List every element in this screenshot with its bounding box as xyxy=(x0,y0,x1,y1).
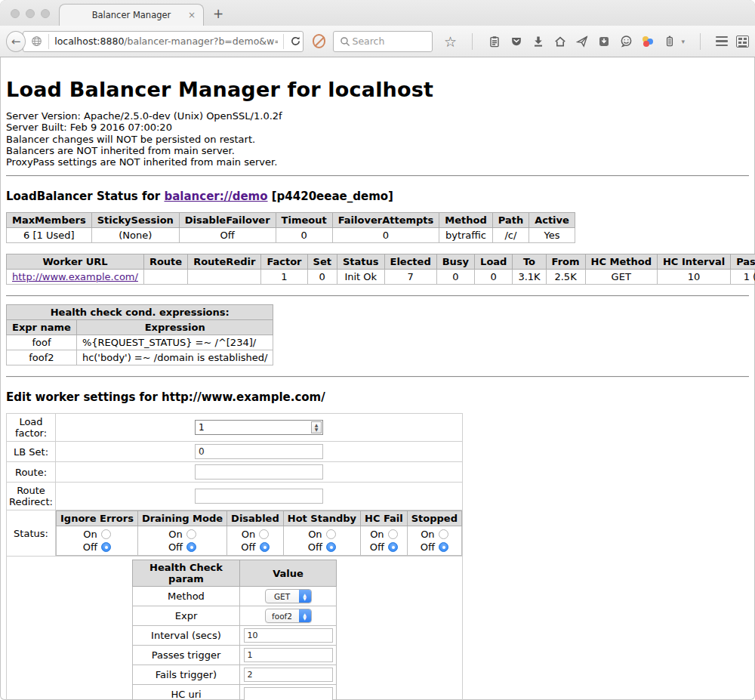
chat-smiley-icon[interactable] xyxy=(619,35,633,48)
lb-set-label: LB Set: xyxy=(7,442,56,462)
form-row-health-params: Health Check param Value Method GET ▲▼ xyxy=(7,557,463,700)
passes-trigger-input[interactable] xyxy=(244,648,333,662)
cell-hc-interval: 10 xyxy=(657,270,730,285)
hc-fail-radios: On Off xyxy=(361,526,408,556)
pocket-icon[interactable] xyxy=(510,35,523,48)
minimize-window-button[interactable] xyxy=(26,9,35,18)
ignore-errors-off-radio[interactable] xyxy=(101,542,111,552)
worker-url-link[interactable]: http://www.example.com/ xyxy=(12,271,138,282)
col-maxmembers: MaxMembers xyxy=(7,213,92,228)
chevron-down-icon[interactable]: ▾ xyxy=(681,38,685,45)
save-to-device-icon[interactable] xyxy=(597,35,611,48)
table-row: http://www.example.com/ 1 0 Init Ok 7 0 … xyxy=(7,270,755,285)
col-ignore-errors: Ignore Errors xyxy=(57,511,138,526)
cell-path: /c/ xyxy=(492,228,528,243)
hc-uri-label: HC uri xyxy=(133,685,240,700)
search-input[interactable] xyxy=(352,35,427,47)
heading-prefix: LoadBalancer Status for xyxy=(6,190,164,203)
col-set: Set xyxy=(307,254,337,270)
route-input[interactable] xyxy=(195,464,323,480)
hc-fail-on-radio[interactable] xyxy=(388,529,398,539)
interval-input[interactable] xyxy=(244,628,333,643)
col-health-check-param: Health Check param xyxy=(133,560,240,587)
tiles-icon[interactable] xyxy=(736,35,749,48)
route-redirect-input[interactable] xyxy=(195,489,323,504)
divider xyxy=(6,376,749,378)
col-load: Load xyxy=(475,254,513,270)
server-info: Server Version: Apache/2.5.0-dev (Unix) … xyxy=(6,110,749,168)
workers-table: Worker URL Route RouteRedir Factor Set S… xyxy=(6,254,755,285)
stopped-on-radio[interactable] xyxy=(439,529,448,539)
stopped-off-radio[interactable] xyxy=(439,542,448,552)
load-factor-value: 1 xyxy=(196,421,310,434)
balancer-status-table: MaxMembers StickySession DisableFailover… xyxy=(6,212,575,243)
cell-hc-method: GET xyxy=(585,270,657,285)
send-tab-icon[interactable] xyxy=(575,35,589,48)
draining-mode-on-radio[interactable] xyxy=(186,529,196,539)
hc-fail-off-radio[interactable] xyxy=(388,542,398,552)
edit-worker-heading: Edit worker settings for http://www.exam… xyxy=(6,390,749,404)
lb-set-input[interactable] xyxy=(195,444,323,459)
disabled-on-radio[interactable] xyxy=(259,529,269,539)
url-bar[interactable]: localhost:8880/balancer-manager?b=demo&w… xyxy=(23,31,303,52)
status-label: Status: xyxy=(7,510,56,557)
number-spinner-icon[interactable]: ▲▼ xyxy=(311,421,322,433)
search-bar[interactable] xyxy=(333,31,433,52)
hc-uri-input[interactable] xyxy=(244,687,333,700)
col-active: Active xyxy=(529,213,575,228)
tab-close-icon[interactable]: × xyxy=(188,10,196,20)
expr-select[interactable]: foof2 ▲▼ xyxy=(265,609,312,623)
cell-expression: %{REQUEST_STATUS} =~ /^[234]/ xyxy=(76,335,273,350)
col-failoverattempts: FailoverAttempts xyxy=(332,213,439,228)
cell-failoverattempts: 0 xyxy=(332,228,439,243)
col-disablefailover: DisableFailover xyxy=(179,213,276,228)
home-icon[interactable] xyxy=(553,35,567,48)
new-tab-button[interactable]: + xyxy=(213,8,223,20)
back-button[interactable]: ← xyxy=(6,31,26,52)
color-dots-icon[interactable] xyxy=(641,35,655,48)
url-input[interactable]: localhost:8880/balancer-manager?b=demo&w… xyxy=(54,35,277,47)
draining-mode-radios: On Off xyxy=(137,526,226,556)
hot-standby-on-radio[interactable] xyxy=(326,529,336,539)
cell-set: 0 xyxy=(307,270,337,285)
hot-standby-off-radio[interactable] xyxy=(326,542,336,552)
close-window-button[interactable] xyxy=(11,9,20,18)
on-label: On xyxy=(168,528,182,541)
content-blocker-icon[interactable] xyxy=(313,34,326,48)
balancer-demo-link[interactable]: balancer://demo xyxy=(164,190,267,203)
method-select[interactable]: GET ▲▼ xyxy=(265,589,312,603)
cell-disablefailover: Off xyxy=(179,228,276,243)
load-factor-input[interactable]: 1 ▲▼ xyxy=(195,420,323,435)
col-method: Method xyxy=(439,213,492,228)
cell-worker-url: http://www.example.com/ xyxy=(7,270,144,285)
cell-from: 2.5K xyxy=(546,270,585,285)
page-title: Load Balancer Manager for localhost xyxy=(6,78,749,101)
hamburger-menu-icon[interactable] xyxy=(716,36,728,47)
reload-icon[interactable] xyxy=(289,35,303,48)
hot-standby-radios: On Off xyxy=(283,526,360,556)
col-factor: Factor xyxy=(261,254,307,270)
divider xyxy=(6,175,749,177)
off-label: Off xyxy=(168,541,183,554)
route-label: Route: xyxy=(7,462,56,483)
fails-trigger-input[interactable] xyxy=(244,668,333,682)
on-label: On xyxy=(370,528,384,541)
clipboard-icon[interactable] xyxy=(488,35,501,48)
downloads-icon[interactable] xyxy=(532,35,545,48)
ignore-errors-on-radio[interactable] xyxy=(101,529,111,539)
col-to: To xyxy=(513,254,546,270)
tab-balancer-manager[interactable]: Balancer Manager × xyxy=(59,4,204,26)
edit-worker-form: Load factor: 1 ▲▼ LB Set: Route: xyxy=(6,413,463,700)
draining-mode-off-radio[interactable] xyxy=(186,542,196,552)
zoom-window-button[interactable] xyxy=(41,9,50,18)
passes-trigger-label: Passes trigger xyxy=(133,646,240,665)
toolbar-icons: ☆ xyxy=(443,33,749,50)
status-table: Ignore Errors Draining Mode Disabled Hot… xyxy=(56,510,462,556)
disabled-radios: On Off xyxy=(227,526,284,556)
battery-icon[interactable] xyxy=(663,35,676,48)
bookmark-star-icon[interactable]: ☆ xyxy=(443,35,457,48)
toolbar-separator xyxy=(472,33,473,50)
disabled-off-radio[interactable] xyxy=(260,542,270,552)
col-path: Path xyxy=(492,213,528,228)
window-controls[interactable] xyxy=(11,9,50,18)
